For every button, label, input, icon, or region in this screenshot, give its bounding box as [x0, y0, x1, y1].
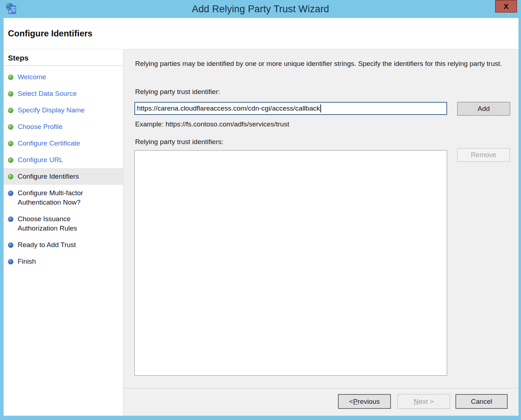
add-button-label: Add: [478, 105, 490, 113]
step-label: Choose Issuance Authorization Rules: [18, 214, 104, 233]
step-label: Ready to Add Trust: [18, 240, 76, 250]
step-status-dot: [8, 75, 13, 80]
add-button[interactable]: Add: [457, 102, 510, 116]
steps-sidebar: Steps WelcomeSelect Data SourceSpecify D…: [4, 49, 123, 416]
step-label: Choose Profile: [18, 122, 63, 131]
previous-button[interactable]: < Previous: [338, 394, 391, 409]
remove-button-label: Remove: [471, 151, 496, 159]
step-label: Configure URL: [18, 155, 63, 165]
step-status-dot: [8, 124, 13, 130]
content: Steps WelcomeSelect Data SourceSpecify D…: [4, 49, 518, 416]
identifier-label: Relying party trust identifier:: [135, 88, 220, 96]
close-icon: X: [503, 2, 508, 11]
previous-label-pre: <: [349, 398, 353, 406]
step-status-dot: [8, 216, 13, 222]
page-header: Configure Identifiers: [4, 18, 518, 49]
cancel-button[interactable]: Cancel: [455, 394, 508, 409]
identifier-input[interactable]: https://carena.cloudflareaccess.com/cdn-…: [134, 102, 447, 115]
step-status-dot: [8, 108, 13, 113]
step-status-dot: [8, 242, 13, 248]
titlebar: Add Relying Party Trust Wizard X: [0, 0, 521, 18]
sidebar-step: Configure Multi-factor Authentication No…: [4, 185, 123, 211]
step-label: Specify Display Name: [18, 106, 85, 115]
sidebar-step[interactable]: Specify Display Name: [4, 102, 123, 119]
sidebar-step: Ready to Add Trust: [4, 237, 123, 253]
next-label-key: N: [414, 398, 419, 406]
sidebar-step[interactable]: Select Data Source: [4, 85, 123, 102]
sidebar-step: Finish: [4, 253, 123, 270]
identifiers-listbox[interactable]: [134, 150, 447, 376]
identifier-input-value: https://carena.cloudflareaccess.com/cdn-…: [137, 104, 320, 112]
step-label: Configure Identifiers: [18, 172, 79, 181]
example-text: Example: https://fs.contoso.com/adfs/ser…: [135, 120, 289, 128]
step-label: Configure Multi-factor Authentication No…: [18, 188, 104, 207]
step-label: Configure Certificate: [18, 139, 80, 148]
sidebar-step[interactable]: Configure Certificate: [4, 135, 123, 152]
steps-title: Steps: [4, 49, 123, 66]
steps-list: WelcomeSelect Data SourceSpecify Display…: [4, 66, 123, 270]
text-caret: [320, 104, 321, 112]
main-panel: Relying parties may be identified by one…: [124, 49, 518, 416]
step-status-dot: [8, 141, 13, 146]
sidebar-step[interactable]: Welcome: [4, 69, 123, 85]
step-status-dot: [8, 157, 13, 163]
step-status-dot: [8, 191, 13, 196]
step-status-dot: [8, 259, 13, 264]
intro-text: Relying parties may be identified by one…: [135, 59, 506, 68]
window-title: Add Relying Party Trust Wizard: [0, 0, 521, 18]
previous-label-key: P: [353, 398, 358, 406]
previous-label-post: revious: [358, 398, 380, 406]
wizard-window: Add Relying Party Trust Wizard X Configu…: [0, 0, 521, 420]
next-label-post: ext >: [419, 398, 434, 406]
close-button[interactable]: X: [495, 0, 517, 13]
step-label: Finish: [18, 257, 36, 266]
cancel-button-label: Cancel: [471, 398, 492, 406]
identifiers-list-label: Relying party trust identifiers:: [135, 138, 223, 146]
step-label: Welcome: [18, 72, 46, 82]
sidebar-step: Configure Identifiers: [4, 168, 123, 185]
next-button[interactable]: Next >: [397, 394, 450, 409]
sidebar-step: Choose Issuance Authorization Rules: [4, 211, 123, 237]
page-title: Configure Identifiers: [4, 28, 93, 39]
step-status-dot: [8, 91, 13, 97]
sidebar-step[interactable]: Configure URL: [4, 152, 123, 168]
step-status-dot: [8, 174, 13, 179]
sidebar-step[interactable]: Choose Profile: [4, 119, 123, 135]
step-label: Select Data Source: [18, 89, 77, 98]
remove-button[interactable]: Remove: [457, 148, 510, 162]
footer: < Previous Next > Cancel: [124, 388, 518, 416]
